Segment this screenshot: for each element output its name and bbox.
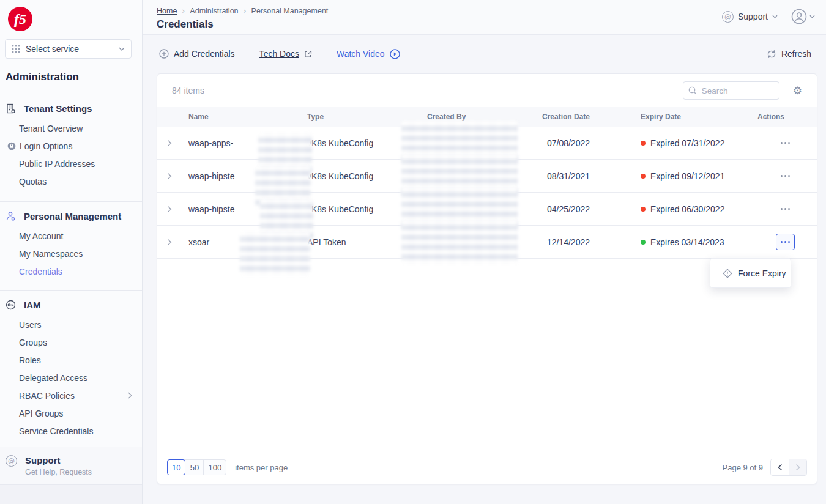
previous-page-button[interactable] [771, 459, 789, 475]
user-gear-icon [6, 211, 16, 221]
tech-docs-link[interactable]: Tech Docs [259, 49, 312, 59]
next-page-button[interactable] [789, 459, 806, 475]
add-credentials-button[interactable]: Add Credentials [159, 49, 235, 59]
page-size-10[interactable]: 10 [167, 459, 185, 475]
refresh-button[interactable]: Refresh [767, 49, 811, 59]
breadcrumb-personal-management[interactable]: Personal Management [251, 7, 329, 15]
select-service-label: Select service [26, 44, 79, 54]
status-dot [641, 240, 646, 245]
external-link-icon [304, 50, 312, 58]
force-expiry-menu-item[interactable]: Force Expiry [738, 269, 786, 278]
column-header-actions: Actions [732, 113, 807, 121]
sidebar-item-label: Quotas [19, 177, 47, 187]
chevron-down-icon [772, 15, 778, 18]
row-expand-icon[interactable] [167, 239, 185, 246]
sidebar-item-label: API Groups [19, 409, 63, 418]
sidebar-item-label: My Account [19, 231, 63, 241]
sidebar-item-my-account[interactable]: My Account [0, 227, 142, 245]
support-menu-label: Support [738, 12, 768, 21]
row-actions-button[interactable] [779, 171, 791, 180]
page-size-100[interactable]: 100 [204, 460, 226, 475]
account-menu[interactable] [791, 9, 815, 24]
expiry-label: Expired 06/30/2022 [650, 204, 724, 214]
breadcrumb-home[interactable]: Home [157, 7, 177, 15]
sidebar-item-rbac-policies[interactable]: RBAC Policies [0, 387, 142, 404]
sidebar-group-title: IAM [24, 300, 41, 310]
sidebar-item-label: Roles [19, 355, 41, 365]
chevron-down-icon [119, 47, 125, 51]
row-expand-icon[interactable] [167, 206, 185, 213]
row-actions-button[interactable] [779, 138, 791, 147]
sidebar-group-iam[interactable]: IAM [0, 291, 142, 316]
support-menu[interactable]: @ Support [722, 11, 778, 23]
sidebar-item-label: Tenant Overview [19, 124, 83, 133]
f5-logo[interactable]: f5 [7, 6, 33, 32]
sidebar-item-service-credentials[interactable]: Service Credentials [0, 422, 142, 440]
svg-text:f5: f5 [14, 11, 26, 27]
chevron-down-icon [809, 15, 815, 18]
gear-icon[interactable]: ⚙ [793, 86, 802, 96]
key-icon [6, 300, 16, 310]
column-header-type: Type [304, 113, 423, 121]
tech-docs-label: Tech Docs [259, 49, 299, 59]
sidebar-item-label: Users [19, 320, 42, 330]
credential-name: xsoar [188, 237, 209, 247]
building-icon [6, 103, 16, 114]
chevron-right-icon [795, 464, 800, 471]
support-subtitle: Get Help, Requests [25, 468, 92, 476]
status-dot [641, 174, 646, 179]
force-expiry-icon [723, 269, 732, 278]
creation-date: 07/08/2022 [540, 138, 592, 148]
search-input[interactable] [683, 81, 779, 100]
main-content: Home Administration Personal Management … [143, 0, 826, 504]
sidebar-item-tenant-overview[interactable]: Tenant Overview [0, 119, 142, 137]
sidebar-item-delegated-access[interactable]: Delegated Access [0, 369, 142, 387]
table-footer: 10 50 100 items per page Page 9 of 9 [167, 458, 807, 476]
expiry-label: Expired 07/31/2022 [650, 138, 724, 148]
row-expand-icon[interactable] [167, 139, 185, 147]
sidebar-item-users[interactable]: Users [0, 316, 142, 333]
select-service-dropdown[interactable]: Select service [5, 39, 132, 59]
support-title: Support [25, 455, 92, 466]
expiry-label: Expires 03/14/2023 [650, 237, 724, 247]
sidebar-item-credentials[interactable]: Credentials [0, 262, 142, 280]
page-size-50[interactable]: 50 [185, 460, 204, 475]
sidebar-item-groups[interactable]: Groups [0, 333, 142, 351]
redacted-text [240, 232, 310, 276]
column-header-expiry-date: Expiry Date [592, 113, 732, 121]
sidebar-item-quotas[interactable]: Quotas [0, 172, 142, 190]
lock-icon [7, 142, 16, 150]
sidebar-item-login-options[interactable]: Login Options [0, 137, 142, 155]
avatar [791, 9, 807, 24]
items-per-page-label: items per page [235, 463, 288, 472]
search-icon [688, 86, 697, 95]
play-circle-icon [390, 49, 400, 59]
breadcrumb-separator-icon [182, 6, 185, 15]
creation-date: 08/31/2021 [540, 171, 592, 181]
watch-video-label: Watch Video [337, 49, 385, 59]
row-expand-icon[interactable] [167, 172, 185, 180]
breadcrumb-administration[interactable]: Administration [190, 7, 238, 15]
support-icon: @ [6, 455, 17, 467]
sidebar-item-label: My Namespaces [19, 249, 83, 259]
add-credentials-label: Add Credentials [174, 49, 235, 59]
sidebar-group-personal-management[interactable]: Personal Management [0, 202, 142, 227]
sidebar-item-api-groups[interactable]: API Groups [0, 404, 142, 422]
sidebar-item-label: Login Options [20, 141, 72, 151]
sidebar-item-roles[interactable]: Roles [0, 351, 142, 369]
credentials-table-card: 84 items ⚙ Name Type Created By Creation… [157, 73, 817, 484]
row-actions-button-active[interactable] [776, 234, 795, 250]
sidebar-support[interactable]: @ Support Get Help, Requests [0, 447, 142, 484]
plus-circle-icon [159, 49, 169, 59]
items-count: 84 items [172, 86, 204, 95]
row-actions-button[interactable] [779, 204, 791, 213]
sidebar-item-my-namespaces[interactable]: My Namespaces [0, 245, 142, 262]
sidebar-footer-strip [0, 484, 142, 504]
status-dot [641, 141, 646, 146]
table-row: xsoar API Token 12/14/2022 Expires 03/14… [157, 226, 817, 259]
watch-video-link[interactable]: Watch Video [337, 49, 400, 59]
row-actions-menu: Force Expiry [710, 258, 791, 288]
sidebar-item-public-ip-addresses[interactable]: Public IP Addresses [0, 155, 142, 172]
grid-icon [12, 45, 20, 53]
sidebar-group-tenant-settings[interactable]: Tenant Settings [0, 94, 142, 119]
